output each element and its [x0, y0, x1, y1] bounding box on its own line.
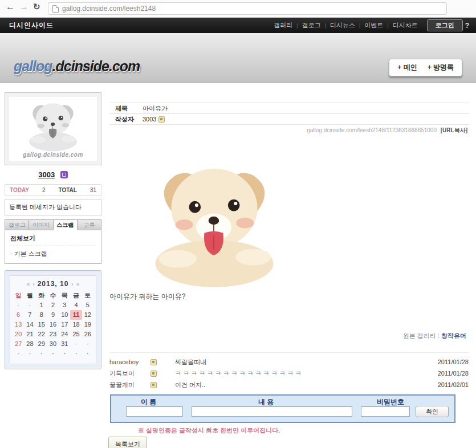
comment-form-inputs: 확인 — [111, 406, 454, 421]
realname-notice: ※ 실명인증은 글작성시 최초 한번만 이루어집니다. — [138, 426, 280, 435]
calendar-day: · — [13, 300, 24, 310]
source-label: 원본 갤러리 : — [403, 332, 441, 339]
profile-puppy-image — [19, 97, 87, 152]
commenter-name[interactable]: 키톡보이 — [109, 369, 150, 378]
nav-item[interactable]: 디시차트 — [393, 21, 418, 30]
username-link[interactable]: 3003 — [38, 170, 55, 179]
page-icon — [52, 5, 59, 13]
default-scrap-link[interactable]: · 기본 스크랩 — [10, 250, 96, 258]
calendar-day[interactable]: 16 — [47, 320, 59, 329]
calendar-day[interactable]: 9 — [47, 310, 59, 320]
calendar-day[interactable]: 17 — [59, 320, 70, 329]
calendar-day[interactable]: 19 — [82, 320, 93, 329]
gallog-profile-icon[interactable] — [60, 171, 68, 178]
calendar-day: · — [70, 339, 82, 349]
dcinside-brand[interactable]: 디시인사이드 — [9, 21, 54, 30]
tab-scrap[interactable]: 스크랩 — [54, 219, 78, 230]
tab-image[interactable]: 이미지 — [29, 219, 53, 230]
calendar-weekday: 화 — [36, 291, 47, 300]
tab-gallog[interactable]: 갤로그 — [5, 219, 29, 230]
post-title: 아이유가 — [143, 104, 168, 113]
calendar-day[interactable]: 23 — [47, 329, 59, 339]
refresh-icon[interactable]: ↻ — [33, 2, 40, 12]
calendar-day[interactable]: 21 — [24, 329, 35, 339]
calendar-weekday: 목 — [59, 291, 70, 300]
message-box: 등록된 메세지가 없습니다 — [5, 199, 101, 215]
next-year-icon[interactable]: » — [76, 281, 80, 287]
gallog-icon[interactable] — [150, 359, 157, 365]
calendar-day: · — [36, 349, 47, 359]
gallog-icon[interactable] — [158, 116, 165, 123]
calendar-day[interactable]: 11 — [70, 310, 82, 320]
calendar-day[interactable]: 20 — [13, 329, 24, 339]
user-row: 3003 — [5, 169, 101, 180]
calendar-day[interactable]: 24 — [59, 329, 70, 339]
calendar-day[interactable]: 31 — [59, 339, 70, 349]
calendar-day[interactable]: 13 — [13, 320, 24, 329]
nav-item[interactable]: 갤로그 — [302, 21, 321, 30]
next-month-icon[interactable]: › — [71, 281, 73, 287]
calendar-day[interactable]: 5 — [82, 300, 93, 310]
comment-text: ㅋ ㅋ ㅋ ㅋ ㅋ ㅋ ㅋ ㅋ ㅋ ㅋ ㅋ ㅋ ㅋ ㅋ ㅋ ㅋ — [175, 369, 302, 378]
nav-item[interactable]: 디시뉴스 — [330, 21, 355, 30]
calendar-day[interactable]: 1 — [36, 300, 47, 310]
main-button[interactable]: + 메인 — [397, 63, 417, 72]
calendar-day[interactable]: 27 — [13, 339, 24, 349]
logo-domain: .dcinside.com — [52, 58, 140, 74]
comment-date: 2011/01/28 — [438, 370, 469, 377]
prev-month-icon[interactable]: ‹ — [32, 281, 34, 287]
calendar-weekdays: 일월화수목금토 — [13, 291, 93, 300]
post-author[interactable]: 3003 — [143, 116, 156, 123]
gallog-logo[interactable]: gallog.dcinside.com — [14, 58, 140, 75]
header-button-group: + 메인 + 방명록 — [389, 59, 462, 76]
calendar-day[interactable]: 3 — [59, 300, 70, 310]
calendar-day[interactable]: 8 — [36, 310, 47, 320]
calendar-grid: ··12345678910111213141516171819202122232… — [13, 300, 93, 359]
calendar-title: 2013, 10 — [38, 280, 69, 288]
address-bar[interactable]: gallog.dcinside.com/leesh2148 — [48, 2, 447, 15]
tab-exchange[interactable]: 교류 — [78, 219, 101, 230]
source-gallery-link[interactable]: 창작유머 — [441, 332, 466, 339]
calendar-day[interactable]: 14 — [24, 320, 35, 329]
calendar-day[interactable]: 12 — [82, 310, 93, 320]
calendar-day[interactable]: 2 — [47, 300, 59, 310]
guestbook-button[interactable]: + 방명록 — [428, 63, 454, 72]
nav-item[interactable]: 갤러리 — [274, 21, 292, 30]
forward-arrow-icon[interactable]: → — [19, 2, 29, 12]
calendar-day[interactable]: 25 — [70, 329, 82, 339]
calendar-day[interactable]: 28 — [24, 339, 35, 349]
content-field[interactable] — [192, 406, 352, 417]
calendar-day[interactable]: 6 — [13, 310, 24, 320]
title-row: 제목 아이유가 — [109, 103, 469, 114]
nav-item[interactable]: 이벤트 — [364, 21, 383, 30]
view-all-link[interactable]: 전체보기 — [10, 234, 96, 246]
prev-year-icon[interactable]: « — [27, 281, 30, 287]
url-text[interactable]: gallog.dcinside.com/leesh2148 — [62, 5, 156, 13]
calendar-day[interactable]: 15 — [36, 320, 47, 329]
calendar-day[interactable]: 22 — [36, 329, 47, 339]
help-icon[interactable]: ? — [465, 22, 469, 30]
calendar-day[interactable]: 4 — [70, 300, 82, 310]
url-copy-button[interactable]: [URL복사] — [441, 127, 467, 133]
profile-image[interactable]: gallog.dcinside.com — [9, 97, 97, 161]
password-field[interactable] — [361, 406, 410, 417]
calendar-weekday: 금 — [70, 291, 82, 300]
calendar-day[interactable]: 30 — [47, 339, 59, 349]
calendar-day[interactable]: 7 — [24, 310, 35, 320]
gallog-icon[interactable] — [150, 382, 157, 388]
commenter-name[interactable]: 꿀꿀개미 — [109, 381, 150, 389]
nav-separator: | — [359, 23, 360, 28]
name-field[interactable] — [126, 406, 183, 417]
gallog-icon[interactable] — [150, 370, 157, 377]
comment-text: 씨랄을떠내 — [175, 358, 206, 366]
commenter-name[interactable]: haraceboy — [109, 359, 150, 365]
calendar-day[interactable]: 29 — [36, 339, 47, 349]
calendar-weekday: 토 — [82, 291, 93, 300]
list-view-button[interactable]: 목록보기 — [108, 437, 147, 448]
calendar-day[interactable]: 26 — [82, 329, 93, 339]
calendar-day[interactable]: 10 — [59, 310, 70, 320]
submit-button[interactable]: 확인 — [416, 406, 449, 417]
calendar-day[interactable]: 18 — [70, 320, 82, 329]
login-button[interactable]: 로그인 — [427, 19, 463, 31]
back-arrow-icon[interactable]: ← — [6, 2, 15, 12]
